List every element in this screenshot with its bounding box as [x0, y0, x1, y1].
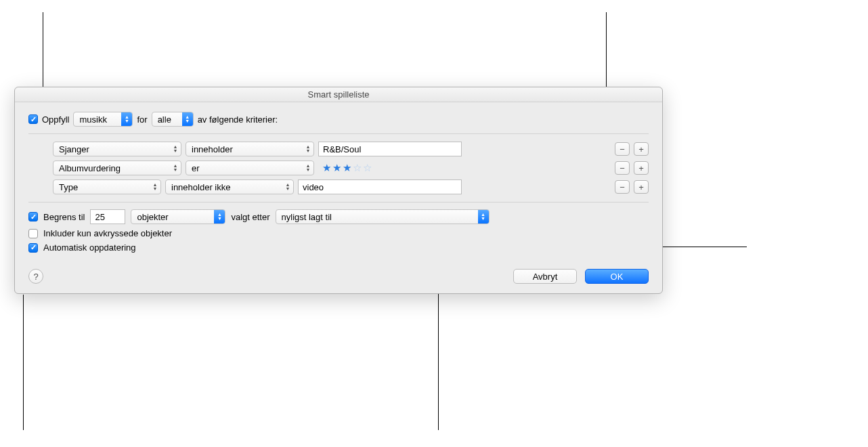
star-icon: ★	[322, 162, 331, 174]
rule-row: Type ▲▼ inneholder ikke ▲▼ video − +	[53, 177, 649, 196]
rule-field-select[interactable]: Albumvurdering ▲▼	[53, 161, 181, 175]
smart-playlist-dialog: Smart spilleliste ✓ Oppfyll musikk ▲▼ fo…	[14, 87, 663, 294]
remove-rule-button[interactable]: −	[615, 142, 630, 156]
only-checked-checkbox[interactable]	[28, 229, 38, 238]
rule-row: Albumvurdering ▲▼ er ▲▼ ★ ★ ★ ☆ ☆ − +	[53, 158, 649, 177]
selected-by-select[interactable]: nyligst lagt til ▲▼	[276, 209, 490, 224]
remove-rule-button[interactable]: −	[615, 180, 630, 194]
rules-section: Sjanger ▲▼ inneholder ▲▼ R&B/Soul − + Al…	[28, 133, 649, 203]
minus-icon: −	[620, 144, 625, 154]
updown-icon: ▲▼	[170, 161, 181, 175]
footer-buttons: Avbryt OK	[513, 269, 649, 284]
check-icon: ✓	[30, 213, 37, 221]
media-type-value: musikk	[79, 114, 106, 125]
match-row: ✓ Oppfyll musikk ▲▼ for alle ▲▼ av følge…	[28, 112, 649, 127]
help-button[interactable]: ?	[28, 269, 43, 284]
rule-operator-select[interactable]: er ▲▼	[186, 161, 314, 175]
star-icon: ☆	[363, 162, 372, 174]
star-icon: ★	[332, 162, 341, 174]
cancel-button[interactable]: Avbryt	[513, 269, 577, 284]
limit-row: ✓ Begrens til 25 objekter ▲▼ valgt etter…	[28, 209, 649, 224]
window-title: Smart spilleliste	[15, 87, 662, 102]
help-icon: ?	[33, 272, 38, 282]
check-icon: ✓	[30, 244, 37, 251]
for-label: for	[137, 114, 147, 125]
callout-leader	[438, 272, 439, 430]
minus-icon: −	[620, 163, 625, 173]
updown-icon: ▲▼	[478, 210, 489, 224]
rule-field-select[interactable]: Type ▲▼	[53, 179, 161, 194]
selected-by-label: valgt etter	[231, 212, 269, 222]
add-rule-button[interactable]: +	[634, 142, 649, 156]
rule-operator-select[interactable]: inneholder ▲▼	[186, 142, 314, 156]
all-any-value: alle	[158, 114, 171, 125]
cancel-label: Avbryt	[533, 272, 558, 282]
match-label: Oppfyll	[42, 114, 69, 125]
updown-icon: ▲▼	[182, 112, 193, 126]
remove-rule-button[interactable]: −	[615, 161, 630, 175]
rule-field-value: Albumvurdering	[59, 163, 121, 173]
ok-button[interactable]: OK	[585, 269, 649, 284]
rule-field-select[interactable]: Sjanger ▲▼	[53, 142, 181, 156]
check-icon: ✓	[30, 116, 37, 123]
plus-icon: +	[638, 182, 644, 192]
selected-by-value: nyligst lagt til	[282, 212, 332, 222]
rule-value-text: video	[303, 182, 324, 192]
rule-operator-value: inneholder	[192, 144, 233, 154]
dialog-content: ✓ Oppfyll musikk ▲▼ for alle ▲▼ av følge…	[15, 102, 662, 293]
live-updating-row: ✓ Automatisk oppdatering	[28, 242, 649, 253]
following-label: av følgende kriterier:	[198, 114, 278, 125]
live-updating-label: Automatisk oppdatering	[43, 242, 136, 253]
updown-icon: ▲▼	[170, 142, 181, 156]
rule-value-input[interactable]: video	[298, 179, 462, 194]
add-rule-button[interactable]: +	[634, 161, 649, 175]
plus-icon: +	[638, 144, 644, 154]
callout-leader	[23, 295, 24, 430]
rule-star-rating[interactable]: ★ ★ ★ ☆ ☆	[318, 162, 372, 174]
plus-icon: +	[638, 163, 644, 173]
limit-label: Begrens til	[43, 212, 85, 222]
dialog-footer: ? Avbryt OK	[28, 269, 649, 284]
ok-label: OK	[611, 272, 624, 282]
minus-icon: −	[620, 182, 625, 192]
limit-unit-value: objekter	[137, 212, 168, 222]
updown-icon: ▲▼	[150, 180, 160, 194]
live-updating-checkbox[interactable]: ✓	[28, 243, 38, 253]
rule-value-input[interactable]: R&B/Soul	[318, 142, 462, 156]
updown-icon: ▲▼	[282, 180, 293, 194]
rule-field-value: Type	[59, 182, 78, 192]
limit-count-input[interactable]: 25	[90, 209, 125, 224]
star-icon: ☆	[353, 162, 362, 174]
rule-operator-value: inneholder ikke	[171, 182, 230, 192]
rule-operator-value: er	[192, 163, 200, 173]
updown-icon: ▲▼	[303, 161, 313, 175]
rule-operator-select[interactable]: inneholder ikke ▲▼	[165, 179, 294, 194]
updown-icon: ▲▼	[214, 210, 225, 224]
updown-icon: ▲▼	[121, 112, 132, 126]
all-any-select[interactable]: alle ▲▼	[152, 112, 194, 127]
limit-count-value: 25	[95, 212, 104, 222]
rule-value-text: R&B/Soul	[323, 144, 361, 154]
media-type-select[interactable]: musikk ▲▼	[73, 112, 133, 127]
limit-checkbox[interactable]: ✓	[28, 212, 38, 221]
rule-row: Sjanger ▲▼ inneholder ▲▼ R&B/Soul − +	[53, 140, 649, 158]
only-checked-label: Inkluder kun avkryssede objekter	[43, 228, 172, 238]
add-rule-button[interactable]: +	[634, 180, 649, 194]
rule-field-value: Sjanger	[59, 144, 89, 154]
only-checked-row: Inkluder kun avkryssede objekter	[28, 228, 649, 238]
limit-unit-select[interactable]: objekter ▲▼	[131, 209, 225, 224]
star-icon: ★	[343, 162, 351, 174]
updown-icon: ▲▼	[303, 142, 313, 156]
match-checkbox[interactable]: ✓	[28, 114, 38, 124]
